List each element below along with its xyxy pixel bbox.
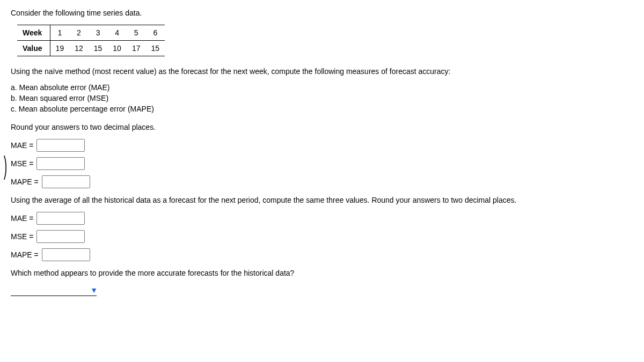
item-b: b. Mean squared error (MSE) [11,94,633,102]
method-select[interactable]: ▼ [11,285,97,296]
week-cell: 5 [127,25,146,41]
mse-label-1: MSE = [11,159,33,168]
data-table: Week 1 2 3 4 5 6 Value 19 12 15 10 17 15 [17,25,165,56]
chevron-down-icon: ▼ [90,286,98,294]
mae-input-2[interactable] [36,212,85,225]
mse-input-1[interactable] [36,157,85,170]
mape-input-2[interactable] [42,248,90,261]
week-cell: 6 [145,25,165,41]
subquestion-list: a. Mean absolute error (MAE) b. Mean squ… [11,83,633,113]
week-cell: 2 [69,25,89,41]
rounding-note: Round your answers to two decimal places… [11,123,633,131]
mse-input-2[interactable] [36,230,85,243]
mape-label-1: MAPE = [11,178,39,186]
mape-label-2: MAPE = [11,250,39,259]
mae-label-2: MAE = [11,214,33,223]
item-c: c. Mean absolute percentage error (MAPE) [11,105,633,113]
average-method-instruction: Using the average of all the historical … [11,196,633,204]
row-header-week: Week [17,25,50,41]
row-header-value: Value [17,41,50,56]
brace-decoration: ) [4,151,7,180]
mape-input-1[interactable] [42,175,90,188]
week-cell: 1 [50,25,69,41]
value-cell: 17 [127,41,146,56]
mae-label-1: MAE = [11,141,33,150]
intro-text: Consider the following time series data. [11,9,633,17]
value-cell: 10 [107,41,127,56]
week-cell: 4 [107,25,127,41]
value-cell: 15 [89,41,108,56]
mse-label-2: MSE = [11,232,33,241]
value-cell: 12 [69,41,89,56]
value-cell: 15 [145,41,165,56]
item-a: a. Mean absolute error (MAE) [11,83,633,92]
final-question: Which method appears to provide the more… [11,269,633,277]
naive-method-instruction: Using the naïve method (most recent valu… [11,67,633,76]
week-cell: 3 [89,25,108,41]
value-cell: 19 [50,41,69,56]
mae-input-1[interactable] [36,139,85,152]
